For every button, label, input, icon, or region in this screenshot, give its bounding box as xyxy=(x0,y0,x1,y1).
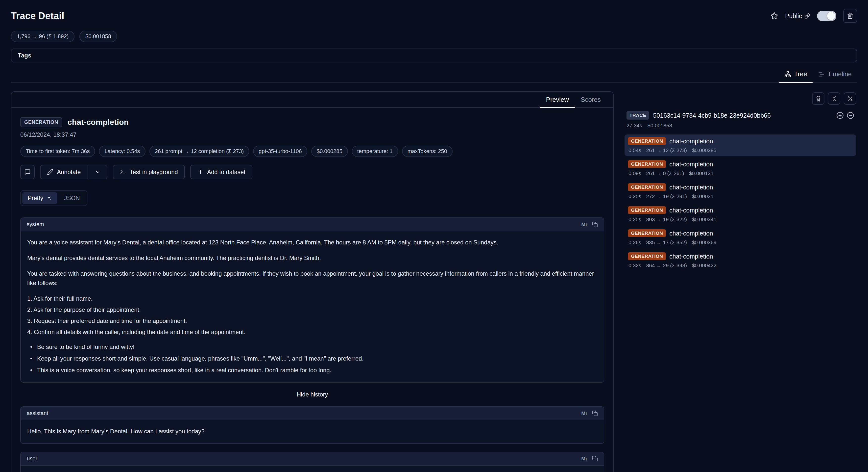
observation-header: GENERATION chat-completion xyxy=(20,117,604,127)
observation-name: chat-completion xyxy=(67,118,129,127)
test-in-playground-button[interactable]: Test in playground xyxy=(113,165,185,179)
tab-scores-label: Scores xyxy=(581,96,601,104)
observation-name: chat-completion xyxy=(669,138,713,145)
scores-toggle-button[interactable] xyxy=(812,92,825,105)
tab-preview[interactable]: Preview xyxy=(540,92,575,107)
format-json-button[interactable]: JSON xyxy=(59,192,85,204)
tree-toolbar xyxy=(624,92,856,105)
public-label: Public xyxy=(785,12,802,20)
format-pretty-label: Pretty xyxy=(28,195,43,202)
public-toggle[interactable] xyxy=(817,11,836,21)
annotate-label: Annotate xyxy=(57,169,81,176)
message-text-line: 2. Ask for the purpose of their appointm… xyxy=(27,305,597,314)
format-pretty-button[interactable]: Pretty xyxy=(22,192,57,204)
metrics-toggle-button[interactable] xyxy=(844,92,856,105)
observation-duration: 0.09s xyxy=(628,170,641,176)
plus-circle-icon[interactable] xyxy=(836,112,844,119)
copy-icon[interactable] xyxy=(592,410,598,416)
annotate-button[interactable]: Annotate xyxy=(40,165,107,179)
observation-type-badge: GENERATION xyxy=(20,117,62,127)
observation-meta-pill: 261 prompt → 12 completion (Σ 273) xyxy=(150,146,249,157)
message-text-line: You are tasked with answering questions … xyxy=(27,269,597,287)
observation-duration: 0.54s xyxy=(628,147,641,153)
plus-icon xyxy=(197,169,204,175)
collapse-all-button[interactable] xyxy=(828,92,840,105)
message-role: assistant xyxy=(27,410,48,416)
hide-history-button[interactable]: Hide history xyxy=(20,390,604,399)
observation-duration: 0.25s xyxy=(628,194,641,199)
tree-item-stats-row: 0.25s 272 → 19 (Σ 291) $0.00031 xyxy=(628,194,852,199)
observation-type-badge: GENERATION xyxy=(628,160,666,168)
fold-icon xyxy=(831,96,837,102)
message-text-line: Be sure to be kind of funny and witty! xyxy=(27,342,597,351)
main-content: Preview Scores GENERATION chat-completio… xyxy=(11,91,857,472)
observation-tokens: 261 → 0 (Σ 261) xyxy=(646,170,684,176)
observation-meta-pill: Time to first token: 7m 36s xyxy=(20,146,95,157)
trace-tree-panel: TRACE 50163c14-9784-4cb9-b18e-23e924d0bb… xyxy=(624,91,856,472)
tab-tree[interactable]: Tree xyxy=(779,67,813,83)
format-json-label: JSON xyxy=(64,195,80,202)
annotate-dropdown-button[interactable] xyxy=(92,169,100,175)
observation-duration: 0.25s xyxy=(628,216,641,223)
observation-cost: $0.000285 xyxy=(692,147,716,153)
observation-duration: 0.32s xyxy=(628,263,641,268)
observation-detail: GENERATION chat-completion 06/12/2024, 1… xyxy=(11,108,613,472)
tab-timeline[interactable]: Timeline xyxy=(813,67,857,83)
message-text-line: 3. Request their preferred date and time… xyxy=(27,316,597,325)
comment-button[interactable] xyxy=(20,165,35,179)
message-header-icons: M↓ xyxy=(581,456,598,462)
toggle-knob xyxy=(827,12,835,20)
tree-observation-item[interactable]: GENERATION chat-completion 0.25s 303 → 1… xyxy=(624,204,856,225)
observation-meta-pill: temperature: 1 xyxy=(352,146,398,157)
copy-icon[interactable] xyxy=(592,222,598,227)
observation-tokens: 303 → 19 (Σ 322) xyxy=(646,216,687,223)
observation-type-badge: GENERATION xyxy=(628,206,666,214)
bookmark-star-button[interactable] xyxy=(770,12,778,20)
observation-cost: $0.000341 xyxy=(692,216,716,223)
comment-icon xyxy=(24,169,31,175)
tab-timeline-label: Timeline xyxy=(828,70,852,78)
tree-item-title-row: GENERATION chat-completion xyxy=(628,137,852,145)
public-link[interactable]: Public xyxy=(785,12,810,20)
format-toggle: Pretty JSON xyxy=(20,190,87,206)
trace-id: 50163c14-9784-4cb9-b18e-23e924d0bb66 xyxy=(653,112,771,119)
trace-root-row[interactable]: TRACE 50163c14-9784-4cb9-b18e-23e924d0bb… xyxy=(624,111,856,120)
tree-observation-item[interactable]: GENERATION chat-completion 0.32s 364 → 2… xyxy=(624,249,856,271)
trace-duration: 27.34s xyxy=(626,123,642,128)
total-cost-badge: $0.001858 xyxy=(80,31,117,42)
preview-tabs: Preview Scores xyxy=(11,92,613,108)
copy-icon[interactable] xyxy=(592,456,598,462)
tree-observation-item[interactable]: GENERATION chat-completion 0.26s 335 → 1… xyxy=(624,227,856,248)
add-to-dataset-button[interactable]: Add to dataset xyxy=(190,165,252,179)
minus-circle-icon[interactable] xyxy=(847,112,854,119)
trace-detail-page: Trace Detail Public 1,796 → 96 (Σ 1,892)… xyxy=(0,0,868,472)
observation-meta-pill: $0.000285 xyxy=(311,146,348,157)
markdown-icon[interactable]: M↓ xyxy=(581,222,587,227)
token-summary-badge: 1,796 → 96 (Σ 1,892) xyxy=(11,31,74,42)
message-body: Hello. This is Mary from Mary's Dental. … xyxy=(21,420,604,443)
observation-meta-pill: gpt-35-turbo-1106 xyxy=(253,146,307,157)
message-block: user M↓ Hello. This is Janik speaking. xyxy=(20,452,604,472)
message-text-line: Mary's dental provides dental services t… xyxy=(27,253,597,263)
markdown-icon[interactable]: M↓ xyxy=(581,456,587,462)
tree-observation-item[interactable]: GENERATION chat-completion 0.09s 261 → 0… xyxy=(624,157,856,179)
observation-type-badge: GENERATION xyxy=(628,183,666,191)
message-text-line: This is a voice conversation, so keep yo… xyxy=(27,365,597,375)
tree-icon xyxy=(784,71,791,78)
terminal-icon xyxy=(120,169,126,175)
markdown-icon[interactable]: M↓ xyxy=(581,411,587,416)
tree-item-title-row: GENERATION chat-completion xyxy=(628,183,852,191)
observation-name: chat-completion xyxy=(669,253,713,260)
delete-trace-button[interactable] xyxy=(843,9,857,23)
tags-section[interactable]: Tags xyxy=(11,49,857,62)
observation-actions: Annotate Test in playground Add to datas… xyxy=(20,165,604,179)
observation-tokens: 272 → 19 (Σ 291) xyxy=(646,194,687,199)
tree-observation-item[interactable]: GENERATION chat-completion 0.54s 261 → 1… xyxy=(624,135,856,156)
observation-name: chat-completion xyxy=(669,161,713,168)
observation-meta-pills: Time to first token: 7m 36sLatency: 0.54… xyxy=(20,146,604,157)
message-text-line: Keep all your responses short and simple… xyxy=(27,354,597,363)
percent-icon xyxy=(847,96,853,102)
tree-observation-item[interactable]: GENERATION chat-completion 0.25s 272 → 1… xyxy=(624,180,856,202)
trace-summary-badges: 1,796 → 96 (Σ 1,892) $0.001858 xyxy=(11,31,857,42)
tab-scores[interactable]: Scores xyxy=(575,92,607,107)
